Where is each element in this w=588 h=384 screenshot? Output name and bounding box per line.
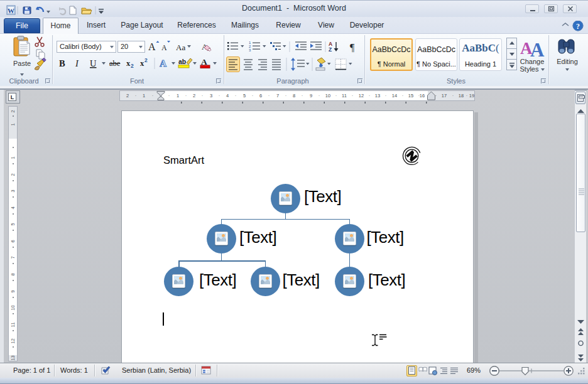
svg-text:x: x [126, 59, 131, 68]
svg-text:U: U [90, 58, 97, 68]
svg-text:Z: Z [329, 46, 332, 53]
svg-text:B: B [59, 58, 65, 68]
svg-text:ab: ab [178, 58, 186, 65]
svg-text:A: A [530, 39, 545, 58]
svg-text:abe: abe [109, 59, 121, 68]
svg-text:3: 3 [249, 48, 251, 52]
svg-text:W: W [8, 7, 14, 14]
svg-text:A: A [148, 41, 156, 52]
svg-text:I: I [75, 58, 79, 68]
svg-text:A: A [161, 43, 167, 52]
svg-text:?: ? [576, 22, 580, 31]
svg-text:Aa: Aa [176, 43, 185, 52]
svg-text:A: A [160, 58, 167, 68]
svg-text:x: x [140, 59, 144, 68]
svg-text:2: 2 [131, 63, 134, 69]
svg-text:2: 2 [144, 57, 148, 63]
svg-text:¶: ¶ [350, 42, 355, 53]
